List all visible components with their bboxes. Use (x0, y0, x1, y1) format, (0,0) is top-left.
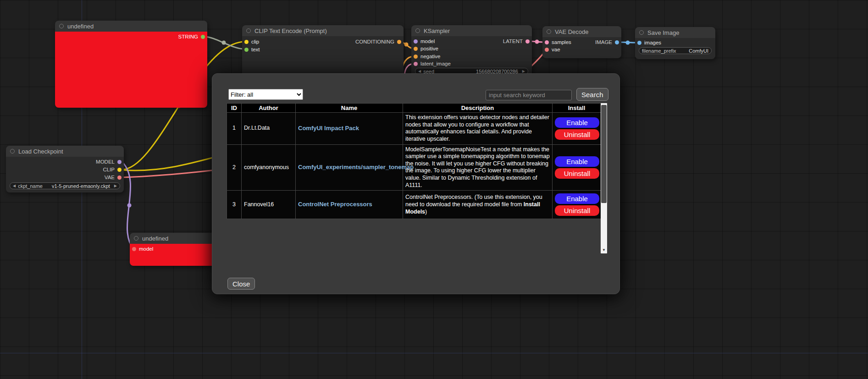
slot-dot-icon[interactable] (414, 55, 418, 59)
enable-button[interactable]: Enable (555, 156, 599, 167)
table-scrollbar[interactable]: ▼ (601, 103, 607, 253)
output-slot-clip[interactable]: CLIP (103, 167, 122, 172)
extension-manager-dialog: Filter: all Search IDAuthorNameDescripti… (212, 73, 620, 294)
ckpt-name-widget[interactable]: ◀ ckpt_name v1-5-pruned-emaonly.ckpt ▶ (10, 182, 120, 189)
node-header[interactable]: KSampler (411, 25, 532, 36)
input-slot-negative[interactable]: negative (414, 54, 440, 59)
enable-button[interactable]: Enable (555, 193, 599, 204)
output-slot-vae[interactable]: VAE (105, 175, 122, 180)
node-header[interactable]: Save Image (635, 27, 715, 38)
close-button[interactable]: Close (227, 278, 255, 290)
slot-dot-icon[interactable] (397, 40, 401, 44)
decrement-arrow-icon[interactable]: ◀ (418, 70, 421, 73)
input-slot-positive[interactable]: positive (414, 46, 438, 51)
slot-dot-icon[interactable] (244, 40, 249, 44)
extensions-table: IDAuthorNameDescriptionInstall 1Dr.Lt.Da… (227, 103, 601, 219)
node-header[interactable]: CLIP Text Encode (Prompt) (242, 25, 404, 36)
slot-dot-icon[interactable] (244, 48, 249, 52)
slot-dot-icon[interactable] (201, 35, 205, 39)
decrement-arrow-icon[interactable]: ◀ (13, 184, 16, 188)
scroll-down-arrow-icon[interactable]: ▼ (601, 247, 607, 253)
extension-name-link[interactable]: ComfyUI Impact Pack (298, 125, 359, 132)
extension-id: 1 (227, 113, 242, 145)
node-string-undefined[interactable]: undefined STRING (55, 21, 207, 108)
slot-dot-icon[interactable] (525, 39, 530, 44)
extension-row: 2comfyanonymousComfyUI_experiments/sampl… (227, 144, 601, 191)
slot-dot-icon[interactable] (117, 168, 122, 172)
increment-arrow-icon[interactable]: ▶ (114, 184, 117, 188)
collapse-dot-icon[interactable] (547, 29, 551, 34)
slot-label: VAE (105, 175, 115, 180)
input-slot-latent-image[interactable]: latent_image (414, 61, 451, 66)
collapse-dot-icon[interactable] (415, 28, 420, 33)
node-title: VAE Decode (555, 28, 588, 35)
node-vae-decode[interactable]: VAE Decode samples vae IMAGE (542, 26, 621, 58)
collapse-dot-icon[interactable] (10, 149, 15, 154)
extension-name-link[interactable]: ComfyUI_experiments/sampler_tonemap (298, 164, 414, 170)
uninstall-button[interactable]: Uninstall (555, 168, 599, 179)
canvas-axis-horizontal (0, 353, 868, 353)
collapse-dot-icon[interactable] (134, 236, 138, 241)
slot-label: LATENT (503, 38, 523, 44)
input-slot-vae[interactable]: vae (545, 47, 560, 52)
slot-label: images (644, 40, 661, 45)
filename-prefix-widget[interactable]: filename_prefix ComfyUI (639, 47, 712, 54)
input-slot-model[interactable]: model (414, 38, 435, 44)
node-load-checkpoint[interactable]: Load Checkpoint MODEL CLIP VAE ◀ ckpt_na… (6, 146, 124, 192)
input-slot-samples[interactable]: samples (545, 39, 571, 45)
slot-dot-icon[interactable] (117, 160, 122, 164)
uninstall-button[interactable]: Uninstall (555, 129, 599, 140)
collapse-dot-icon[interactable] (59, 24, 64, 28)
column-header: Description (403, 104, 553, 113)
slot-label: positive (420, 46, 438, 51)
search-input[interactable] (486, 90, 572, 100)
output-slot-latent[interactable]: LATENT (503, 38, 530, 44)
input-slot-images[interactable]: images (637, 40, 661, 45)
node-header[interactable]: VAE Decode (542, 26, 621, 37)
output-slot-image[interactable]: IMAGE (595, 39, 619, 45)
input-slot-model[interactable]: model (132, 246, 153, 252)
output-slot-conditioning[interactable]: CONDITIONING (355, 39, 401, 44)
column-header: Install (553, 104, 601, 113)
link-dot (626, 41, 630, 45)
slot-label: vae (552, 47, 560, 52)
slot-dot-icon[interactable] (414, 47, 418, 51)
scrollbar-thumb[interactable] (601, 105, 607, 203)
slot-dot-icon[interactable] (637, 41, 641, 45)
link-dot (222, 41, 226, 45)
extension-name-link[interactable]: ControlNet Preprocessors (298, 201, 372, 208)
slot-dot-icon[interactable] (414, 62, 418, 66)
slot-dot-icon[interactable] (545, 48, 549, 52)
enable-button[interactable]: Enable (555, 117, 599, 128)
collapse-dot-icon[interactable] (246, 28, 251, 33)
link-dot (404, 43, 409, 47)
node-title: undefined (67, 23, 94, 30)
slot-dot-icon[interactable] (615, 40, 619, 44)
wire-image-to-images (619, 42, 637, 43)
slot-dot-icon[interactable] (545, 40, 549, 44)
uninstall-button[interactable]: Uninstall (555, 205, 599, 216)
node-save-image[interactable]: Save Image images filename_prefix ComfyU… (635, 27, 715, 59)
wire-string-to-text (205, 37, 245, 49)
search-button[interactable]: Search (576, 88, 608, 101)
filter-select[interactable]: Filter: all (228, 89, 303, 100)
input-slot-text[interactable]: text (244, 47, 260, 52)
comfyui-canvas[interactable]: undefined STRING CLIP Text Encode (Promp… (0, 0, 868, 379)
column-header: Name (296, 104, 403, 113)
output-slot-model[interactable]: MODEL (96, 159, 122, 165)
node-header[interactable]: Load Checkpoint (6, 146, 124, 157)
output-slot-string[interactable]: STRING (178, 34, 205, 39)
node-model-undefined[interactable]: undefined model (130, 233, 216, 266)
slot-dot-icon[interactable] (117, 176, 122, 180)
input-slot-clip[interactable]: clip (244, 39, 259, 44)
widget-label: ckpt_name (18, 183, 43, 189)
slot-dot-icon[interactable] (414, 39, 418, 44)
increment-arrow-icon[interactable]: ▶ (522, 70, 525, 73)
collapse-dot-icon[interactable] (639, 30, 644, 35)
slot-dot-icon[interactable] (132, 247, 136, 251)
slot-label: CONDITIONING (355, 39, 394, 44)
extension-description: ControlNet Preprocessors. (To use this e… (403, 191, 553, 219)
extension-row: 3Fannovel16ControlNet PreprocessorsContr… (227, 191, 601, 219)
node-header[interactable]: undefined (130, 233, 216, 244)
node-header[interactable]: undefined (55, 21, 207, 32)
